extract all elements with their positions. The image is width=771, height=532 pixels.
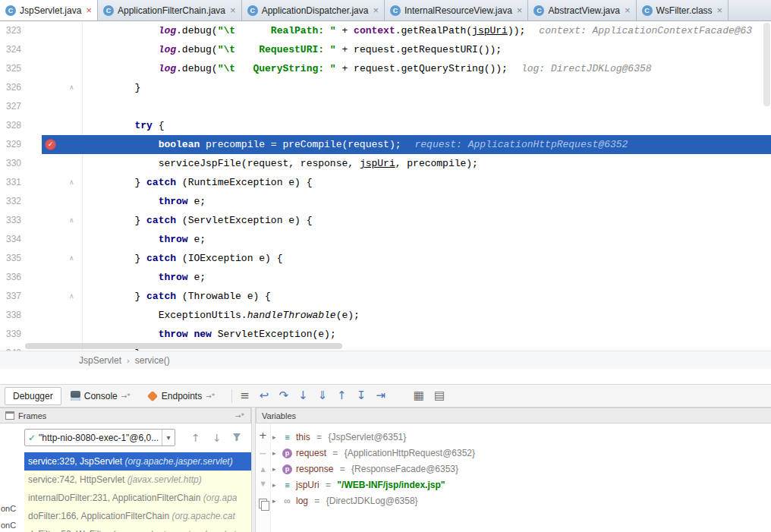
run-to-cursor-icon[interactable]: ⇥ — [376, 390, 386, 401]
close-icon[interactable]: × — [517, 5, 523, 15]
breakpoint-icon[interactable]: ✓ — [45, 139, 56, 150]
line-number[interactable]: 323 — [6, 21, 36, 40]
show-execution-point-icon[interactable]: ↩ — [260, 390, 269, 401]
variable-row[interactable]: ▸≡this = {JspServlet@6351} — [272, 430, 771, 445]
duplicate-icon[interactable] — [259, 499, 267, 508]
code-line-326: 326∧ } — [0, 78, 771, 97]
stack-frame[interactable]: doFilter:166, ApplicationFilterChain (or… — [24, 507, 251, 525]
previous-frame-icon[interactable]: ↑ — [191, 432, 200, 444]
tab-label: ApplicationFilterChain.java — [118, 5, 225, 16]
vertical-scrollbar[interactable] — [763, 23, 770, 106]
fold-marker-icon[interactable]: ∧ — [69, 78, 74, 97]
close-icon[interactable]: × — [625, 5, 631, 15]
variable-row[interactable]: ▸presponse = {ResponseFacade@6353} — [272, 461, 771, 477]
variable-row[interactable]: ▸≡jspUri = "/WEB-INF/jsp/index.jsp" — [272, 477, 771, 493]
step-over-icon[interactable]: ↷ — [279, 390, 288, 401]
code-line-337: 337∧ } catch (Throwable e) { — [0, 287, 771, 306]
tab-endpoints[interactable]: Endpoints →* — [140, 388, 222, 405]
line-number[interactable]: 336 — [6, 268, 36, 287]
fold-marker-icon[interactable]: ∧ — [69, 287, 74, 306]
fold-marker-icon[interactable]: ∧ — [69, 211, 74, 230]
thread-selector-dropdown[interactable]: ✓ "http-nio-8080-exec-1"@6,0... ▾ — [24, 429, 175, 446]
variable-row[interactable]: ▸prequest = {ApplicationHttpRequest@6352… — [272, 445, 771, 461]
settings-menu-icon[interactable]: ≡ — [240, 390, 250, 401]
line-number[interactable]: 335 — [6, 249, 36, 268]
step-into-icon[interactable]: ↓ — [298, 390, 308, 401]
force-step-into-icon[interactable]: ⇓ — [318, 390, 328, 401]
editor-tab-AbstractView.java[interactable]: CAbstractView.java× — [528, 0, 636, 20]
tab-label: WsFilter.class — [656, 5, 713, 16]
line-number[interactable]: 339 — [6, 325, 36, 344]
filter-icon[interactable] — [232, 433, 241, 442]
code-text: boolean precompile = preCompile(request)… — [87, 135, 771, 154]
breadcrumb: JspServlet›service() — [0, 351, 771, 369]
horizontal-scrollbar[interactable] — [25, 343, 342, 349]
tab-console[interactable]: Console →* — [63, 388, 138, 405]
fold-marker-icon[interactable]: ∧ — [69, 173, 74, 192]
class-icon: C — [642, 5, 653, 16]
code-text: throw e; — [87, 230, 771, 249]
line-number[interactable]: 331 — [6, 173, 36, 192]
class-icon: C — [390, 5, 401, 16]
variable-name: request — [296, 445, 326, 461]
line-number[interactable]: 337 — [6, 287, 36, 306]
step-out-icon[interactable]: ↑ — [337, 390, 347, 401]
code-editor[interactable]: 323 log.debug("\t RealPath: " + context.… — [0, 21, 771, 351]
debugger-inline-hint: log: DirectJDKLog@6358 — [521, 63, 652, 74]
expand-arrow-icon[interactable]: ▸ — [272, 461, 279, 477]
stack-frame[interactable]: service:742, HttpServlet (javax.servlet.… — [24, 471, 251, 489]
console-icon — [71, 391, 80, 401]
editor-tab-JspServlet.java[interactable]: CJspServlet.java× — [0, 0, 98, 20]
frame-list: service:329, JspServlet (org.apache.jasp… — [0, 452, 251, 532]
close-icon[interactable]: × — [373, 5, 379, 15]
line-number[interactable]: 329 — [6, 135, 36, 154]
line-number[interactable]: 327 — [6, 97, 36, 116]
stack-frame[interactable]: doFilter:52, WsFilter (org.apache.tomcat… — [24, 525, 251, 532]
view-as-table-icon[interactable]: ▦ — [414, 390, 424, 401]
editor-tab-InternalResourceView.java[interactable]: CInternalResourceView.java× — [385, 0, 528, 20]
expand-arrow-icon[interactable]: ▸ — [272, 493, 279, 509]
editor-tab-ApplicationDispatcher.java[interactable]: CApplicationDispatcher.java× — [242, 0, 385, 20]
expand-arrow-icon[interactable]: ▸ — [272, 445, 279, 461]
add-watch-icon[interactable]: + — [259, 430, 267, 440]
next-frame-icon[interactable]: ↓ — [212, 432, 222, 444]
breadcrumb-item-JspServlet[interactable]: JspServlet — [79, 355, 121, 366]
tab-debugger[interactable]: Debugger — [5, 387, 61, 405]
toolbar-separator — [231, 389, 232, 403]
value-icon: ≡ — [282, 477, 292, 493]
line-number[interactable]: 338 — [6, 306, 36, 325]
expand-arrow-icon[interactable]: ▸ — [272, 430, 279, 445]
frames-panel: ✓ "http-nio-8080-exec-1"@6,0... ▾ ↑ ↓ se… — [0, 423, 251, 532]
frame-package: (javax.servlet.http) — [127, 474, 202, 485]
stack-frame[interactable]: internalDoFilter:231, ApplicationFilterC… — [24, 489, 251, 507]
line-number[interactable]: 333 — [6, 211, 36, 230]
line-number[interactable]: 328 — [6, 116, 36, 135]
line-number[interactable]: 324 — [6, 40, 36, 59]
close-icon[interactable]: × — [230, 5, 236, 15]
editor-tab-WsFilter.class[interactable]: CWsFilter.class× — [637, 0, 729, 20]
variable-row[interactable]: ▸∞log = {DirectJDKLog@6358} — [272, 493, 771, 509]
drop-frame-icon[interactable]: ↧ — [357, 390, 367, 401]
code-line-327: 327 — [0, 97, 771, 116]
fold-marker-icon[interactable]: ∧ — [69, 249, 74, 268]
line-number[interactable]: 330 — [6, 154, 36, 173]
endpoints-icon — [147, 390, 158, 401]
move-up-icon[interactable]: ▲ — [260, 467, 265, 473]
line-number[interactable]: 325 — [6, 59, 36, 78]
class-icon: C — [103, 5, 114, 16]
move-down-icon[interactable]: ▼ — [260, 481, 265, 487]
expand-arrow-icon[interactable]: ▸ — [272, 477, 279, 493]
stack-frame[interactable]: service:329, JspServlet (org.apache.jasp… — [24, 452, 251, 471]
remove-watch-icon[interactable]: − — [259, 449, 267, 458]
editor-tab-ApplicationFilterChain.java[interactable]: CApplicationFilterChain.java× — [98, 0, 242, 20]
line-number[interactable]: 334 — [6, 230, 36, 249]
layout-settings-icon[interactable]: ▤ — [434, 390, 445, 401]
breadcrumb-item-service()[interactable]: service() — [135, 355, 170, 366]
line-number[interactable]: 326 — [6, 78, 36, 97]
thread-name: "http-nio-8080-exec-1"@6,0... — [39, 433, 162, 443]
variable-value: {ResponseFacade@6353} — [351, 461, 458, 477]
close-icon[interactable]: × — [86, 5, 92, 15]
variable-name: log — [296, 493, 308, 509]
close-icon[interactable]: × — [717, 5, 723, 15]
line-number[interactable]: 332 — [6, 192, 36, 211]
